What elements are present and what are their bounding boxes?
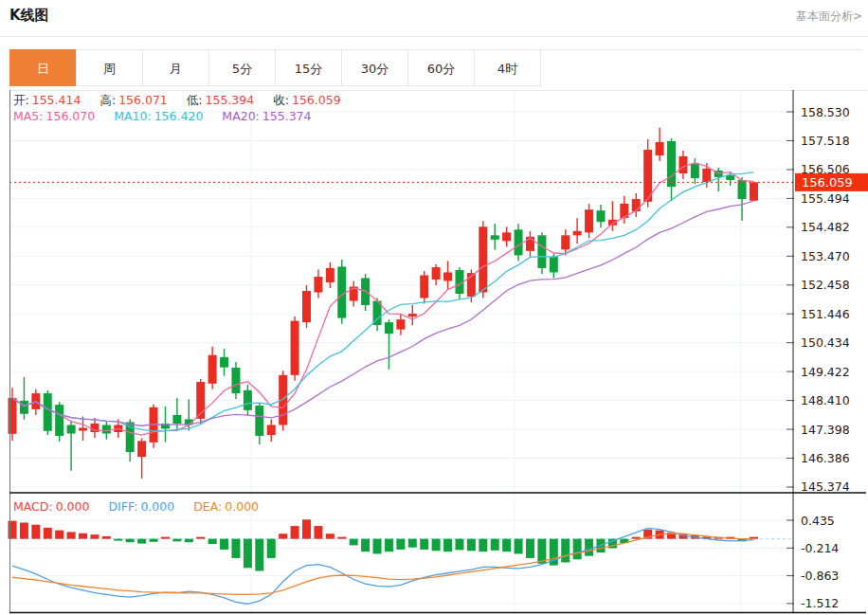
candle-body — [491, 235, 499, 240]
page-title: K线图 — [9, 7, 49, 25]
candle-body — [550, 257, 558, 273]
macd-bar — [373, 539, 382, 554]
macd-bar — [573, 539, 582, 560]
period-tab-周[interactable]: 周 — [76, 49, 143, 86]
svg-text:148.410: 148.410 — [801, 393, 850, 407]
macd-bar — [31, 525, 40, 539]
svg-text:-1.512: -1.512 — [801, 596, 839, 610]
macd-bar — [196, 537, 205, 539]
svg-text:146.386: 146.386 — [801, 451, 850, 465]
svg-text:-0.863: -0.863 — [801, 569, 839, 583]
macd-bar — [126, 539, 135, 543]
diff-label: DIFF: — [108, 499, 137, 514]
macd-bar — [432, 539, 441, 552]
svg-text:154.482: 154.482 — [801, 220, 850, 234]
period-tab-日[interactable]: 日 — [9, 49, 77, 86]
candle-body — [244, 390, 252, 410]
period-tab-4时[interactable]: 4时 — [474, 49, 541, 86]
svg-text:158.530: 158.530 — [801, 105, 850, 119]
macd-bar — [208, 539, 217, 544]
candle-body — [9, 398, 17, 434]
open-value: 155.414 — [32, 93, 81, 107]
macd-bar — [244, 539, 252, 569]
macd-bar — [302, 519, 311, 538]
ma5-line — [12, 163, 753, 435]
macd-bar — [326, 534, 335, 538]
candle-body — [632, 199, 641, 211]
macd-bar — [161, 537, 170, 539]
macd-bar — [632, 537, 641, 539]
candle-body — [443, 272, 452, 280]
candle-body — [79, 427, 87, 430]
ohlc-legend: 开:155.414 高:156.071 低:155.394 收:156.059 — [13, 93, 341, 109]
fundamental-analysis-link[interactable]: 基本面分析> — [796, 9, 862, 25]
candle-body — [291, 321, 299, 375]
svg-text:155.494: 155.494 — [801, 191, 850, 206]
period-tab-30分[interactable]: 30分 — [341, 49, 408, 86]
macd-bar — [267, 539, 276, 558]
macd-bar — [467, 539, 476, 552]
low-label: 低: — [187, 93, 203, 107]
candle-body — [302, 291, 311, 322]
candle-body — [561, 235, 570, 249]
candle-body — [208, 355, 217, 384]
macd-bar — [291, 526, 299, 539]
ma20-value: 155.374 — [262, 109, 312, 123]
candle-body — [597, 210, 606, 222]
macd-bar — [44, 528, 52, 539]
close-value: 156.059 — [292, 93, 341, 107]
candle-body — [55, 405, 63, 436]
period-tab-5分[interactable]: 5分 — [208, 49, 276, 86]
macd-bar — [67, 532, 76, 538]
svg-text:150.434: 150.434 — [801, 335, 850, 350]
svg-text:152.458: 152.458 — [801, 278, 850, 292]
macd-axis: 0.435-0.214-0.863-1.512 — [787, 514, 839, 611]
candle-body — [67, 425, 76, 433]
macd-bar — [279, 534, 287, 538]
candle-body — [750, 182, 758, 200]
period-tab-60分[interactable]: 60分 — [407, 49, 475, 86]
macd-bar — [255, 539, 263, 571]
macd-bar — [314, 526, 322, 539]
svg-text:145.374: 145.374 — [801, 479, 850, 494]
svg-text:151.446: 151.446 — [801, 307, 850, 321]
titlebar: K线图 基本面分析> — [0, 0, 868, 37]
macd-bar — [102, 536, 111, 539]
candle-body — [515, 229, 523, 255]
kline-chart[interactable]: 156.059158.530157.518156.506155.494154.4… — [0, 90, 868, 615]
low-value: 155.394 — [206, 93, 255, 107]
ma10-value: 156.420 — [154, 109, 204, 123]
ma20-label: MA20: — [222, 109, 259, 123]
open-label: 开: — [13, 93, 29, 107]
candle-body — [102, 425, 111, 433]
candle-body — [573, 231, 582, 236]
candle-body — [385, 322, 393, 334]
macd-bar — [220, 539, 228, 550]
candle-body — [20, 401, 28, 414]
macd-legend: MACD:0.000 DIFF:0.000 DEA:0.000 — [13, 499, 259, 514]
price-axis: 158.530157.518156.506155.494154.482153.4… — [787, 105, 850, 495]
period-tabs: 日周月5分15分30分60分4时 — [9, 49, 541, 86]
candle-body — [326, 268, 335, 282]
candle-body — [172, 415, 181, 424]
candle-body — [702, 169, 711, 182]
macd-bar — [491, 539, 499, 551]
candle-body — [314, 277, 322, 293]
macd-bar — [515, 539, 523, 554]
macd-label: MACD: — [13, 499, 53, 514]
candle-body — [691, 164, 699, 178]
candle-body — [255, 406, 263, 436]
candle-body — [502, 232, 511, 241]
high-label: 高: — [99, 93, 116, 107]
candle-body — [656, 142, 664, 155]
period-tab-15分[interactable]: 15分 — [275, 49, 342, 86]
close-label: 收: — [273, 93, 289, 107]
svg-text:-0.214: -0.214 — [801, 541, 839, 555]
svg-text:147.398: 147.398 — [801, 423, 850, 437]
candle-body — [231, 368, 240, 393]
macd-bar — [502, 539, 511, 552]
period-tab-月[interactable]: 月 — [142, 49, 209, 86]
candle-body — [44, 393, 52, 431]
macd-bar — [172, 539, 181, 542]
macd-bar — [337, 537, 346, 539]
